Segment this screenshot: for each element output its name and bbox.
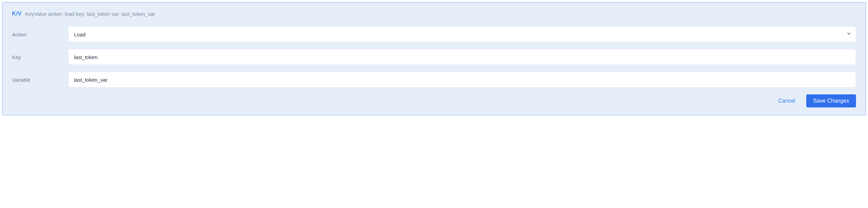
key-input[interactable] [68,49,856,65]
variable-label: Variable [12,77,68,83]
key-row: Key [12,49,856,65]
action-label: Action [12,32,68,37]
variable-input[interactable] [68,72,856,88]
action-row: Action Load [12,26,856,42]
panel-header: K/V KeyValue action: load key: last_toke… [12,11,856,17]
save-button[interactable]: Save Changes [806,94,856,107]
action-select-wrap: Load [68,26,856,42]
key-label: Key [12,54,68,60]
key-input-wrap [68,49,856,65]
actions-row: Cancel Save Changes [12,94,856,107]
variable-row: Variable [12,72,856,88]
keyvalue-panel: K/V KeyValue action: load key: last_toke… [2,2,866,115]
action-select[interactable]: Load [68,26,856,42]
panel-description: KeyValue action: load key: last_token va… [25,11,155,17]
cancel-button[interactable]: Cancel [777,95,797,107]
variable-input-wrap [68,72,856,88]
kv-badge: K/V [12,11,22,17]
